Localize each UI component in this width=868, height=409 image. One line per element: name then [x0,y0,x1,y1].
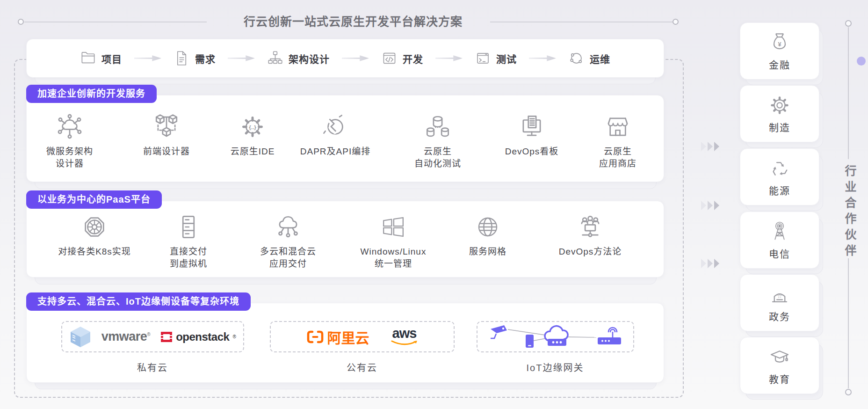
plug-split-icon [322,113,349,140]
section-dev-services: 加速企业创新的开发服务 微服务架构设计器前端设计器{..}云原生IDEDAPR及… [26,95,664,182]
gear-code-icon: {..} [239,113,266,140]
iot-gateway-label: IoT边缘网关 [527,360,584,374]
cctv-camera-icon [491,325,507,338]
service-item: DAPR及API编排 [286,113,384,158]
sync-loop-icon [568,50,585,66]
workflow-step-6: 运维 [568,50,610,66]
flow-arrow-icon [435,55,463,62]
svg-text:¥: ¥ [778,41,781,48]
graduation-cap-icon [768,346,791,368]
title-deco-line-left [24,22,207,22]
service-item-label: 直接交付到虚拟机 [139,246,238,270]
workflow-step-1: 项目 [80,50,122,66]
chevron-arrows-icon [701,199,722,213]
service-item: 前端设计器 [117,113,216,158]
workflow-step-label: 需求 [195,51,216,66]
section2-items: 对接各类K8s实现直接交付到虚拟机多云和混合云应用交付Windows/Linux… [27,201,664,277]
alibaba-cloud-logo: 阿里云 [307,327,369,347]
document-icon [174,50,190,66]
workflow-step-2: 需求 [174,50,216,66]
flow-arrow-icon [134,55,161,62]
rail-dot-bottom [845,389,852,395]
server-box-icon [70,326,91,348]
service-item: 云原生应用商店 [569,113,667,170]
public-cloud-label: 公有云 [347,360,377,374]
money-bag-icon: ¥ [768,31,791,54]
service-item-label: DevOps方法论 [541,246,639,258]
workflow-step-5: 测试 [475,50,517,66]
aws-swoosh-icon [391,340,418,347]
monitor-doc-icon [518,113,545,140]
team-board-icon [577,213,604,241]
section1-items: 微服务架构设计器前端设计器{..}云原生IDEDAPR及API编排云原生自动化测… [27,95,664,182]
cloud-gateway-icon [544,326,567,345]
storefront-icon [604,113,631,140]
title-deco-dot-left [18,19,24,25]
service-item: 云原生自动化测试 [389,113,487,170]
industry-partner-vertical-label: 行业合作伙伴 [841,165,858,260]
rail-line-top [848,27,849,159]
svg-text:☆: ☆ [777,292,782,299]
hub-network-icon [56,113,83,140]
chevron-arrows-icon [701,257,722,271]
service-item-label: DevOps看板 [483,146,581,158]
workflow-bar: 项目需求架构设计开发测试运维 [26,39,664,78]
server-rack-icon [175,213,202,241]
flow-arrow-icon [529,55,556,62]
terminal-icon [475,50,491,66]
workflow-step-label: 开发 [403,51,423,66]
flow-arrow-icon [342,55,369,62]
service-item-label: 多云和混合云应用交付 [239,246,337,270]
page-title: 行云创新一站式云原生开发平台解决方案 [206,12,500,29]
service-item: DevOps方法论 [541,213,639,258]
workflow-step-label: 运维 [590,51,610,66]
industry-card-label: 电信 [769,246,790,260]
openstack-logo: openstack® [160,330,236,343]
industry-card-label: 能源 [769,183,790,197]
service-item-label: 对接各类K8s实现 [45,246,144,258]
title-deco-dot-right [673,19,679,25]
globe-grid-icon [474,213,501,241]
aws-logo: aws [391,327,418,347]
smartphone-icon [526,335,534,348]
industry-card-2: 制造 [740,85,819,142]
iot-gateway-box [477,321,634,352]
section1-badge: 加速企业创新的开发服务 [26,85,157,103]
title-deco-line-right [490,22,673,22]
industry-card-6: 教育 [740,337,819,394]
code-window-icon [381,50,398,66]
industry-card-4: 电信 [740,212,819,269]
iot-devices-graphic [485,322,626,351]
service-item: 服务网格 [439,213,537,258]
industry-card-label: 教育 [769,372,790,386]
openstack-trademark: ® [232,334,236,339]
industry-card-5: ☆政务 [740,274,819,331]
service-item-label: 云原生应用商店 [569,146,667,170]
service-item-label: 云原生自动化测试 [389,146,487,170]
workflow-step-label: 测试 [496,51,517,66]
service-item-label: Windows/Linux统一管理 [344,246,442,270]
public-cloud-box: 阿里云 aws [270,321,455,352]
service-item: Windows/Linux统一管理 [344,213,442,270]
openstack-icon [160,331,173,343]
flow-arrow-icon [228,55,255,62]
industry-card-label: 金融 [769,57,790,71]
service-item-label: DAPR及API编排 [286,146,384,158]
service-item-label: 服务网格 [439,246,537,258]
decor-dot [857,57,866,66]
signal-tower-icon [768,220,791,243]
workflow-step-3: 架构设计 [267,50,330,66]
service-item-label: 微服务架构设计器 [21,146,119,170]
workflow-step-label: 项目 [101,51,122,66]
windows-logo-icon [380,213,407,241]
industry-card-1: ¥金融 [740,22,819,80]
service-item: 微服务架构设计器 [21,113,119,170]
database-cluster-icon [424,113,451,140]
svg-text:{..}: {..} [249,124,256,130]
service-item: 对接各类K8s实现 [45,213,144,258]
chevron-arrows-icon [701,140,722,154]
service-item: 直接交付到虚拟机 [139,213,238,270]
vmware-logo: vmware® [101,329,150,344]
gear-icon [768,94,791,117]
kubernetes-wheel-icon [81,213,108,241]
